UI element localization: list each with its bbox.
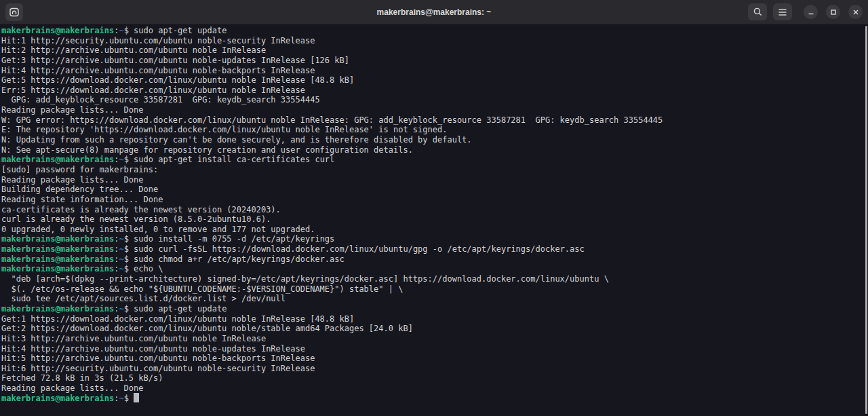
- terminal-line: Reading package lists... Done: [1, 175, 863, 185]
- terminal-window-icon: [9, 7, 20, 18]
- terminal-line: W: GPG error: https://download.docker.co…: [1, 115, 863, 126]
- terminal-line: Get:2 https://download.docker.com/linux/…: [1, 324, 863, 334]
- terminal-cursor: [134, 393, 139, 402]
- close-icon: [852, 9, 859, 16]
- terminal-line: E: The repository 'https://download.dock…: [1, 125, 863, 135]
- close-button[interactable]: [848, 5, 863, 19]
- terminal-line: Hit:1 http://security.ubuntu.com/ubuntu …: [1, 36, 863, 46]
- window-title: makerbrains@makerbrains: ~: [0, 0, 868, 24]
- terminal-line: Hit:3 http://archive.ubuntu.com/ubuntu n…: [1, 334, 863, 344]
- terminal-line: Hit:4 http://archive.ubuntu.com/ubuntu n…: [1, 344, 863, 354]
- terminal-line: Reading state information... Done: [1, 195, 863, 205]
- terminal-line: Fetched 72.8 kB in 3s (21.5 kB/s): [1, 373, 863, 383]
- terminal-line: ca-certificates is already the newest ve…: [1, 205, 863, 215]
- terminal-line: Hit:6 http://security.ubuntu.com/ubuntu …: [1, 364, 863, 374]
- app-icon-button[interactable]: [5, 3, 23, 21]
- terminal-line: 0 upgraded, 0 newly installed, 0 to remo…: [1, 225, 863, 235]
- terminal-line: Reading package lists... Done: [1, 383, 863, 394]
- terminal-line: "deb [arch=$(dpkg --print-architecture) …: [1, 274, 863, 284]
- terminal-line: N: See apt-secure(8) manpage for reposit…: [1, 145, 863, 155]
- terminal-line: Hit:2 http://archive.ubuntu.com/ubuntu n…: [1, 45, 863, 56]
- terminal-line: [sudo] password for makerbrains:: [1, 165, 863, 175]
- terminal-line: Building dependency tree... Done: [1, 185, 863, 195]
- terminal-line: Hit:4 http://archive.ubuntu.com/ubuntu n…: [1, 66, 863, 76]
- terminal-line: makerbrains@makerbrains:~$ echo \: [1, 264, 863, 274]
- maximize-icon: [830, 9, 837, 16]
- maximize-button[interactable]: [826, 5, 840, 19]
- hamburger-menu-icon: [778, 8, 787, 16]
- terminal-line: makerbrains@makerbrains:~$ sudo apt-get …: [1, 155, 863, 165]
- terminal-line: makerbrains@makerbrains:~$: [1, 394, 863, 404]
- terminal-line: $(. /etc/os-release && echo "${UBUNTU_CO…: [1, 284, 863, 295]
- terminal-line: sudo tee /etc/apt/sources.list.d/docker.…: [1, 294, 863, 304]
- titlebar: makerbrains@makerbrains: ~: [0, 0, 868, 24]
- terminal-line: makerbrains@makerbrains:~$ sudo curl -fs…: [1, 244, 863, 254]
- minimize-icon: [808, 9, 814, 16]
- scrollbar[interactable]: [865, 26, 867, 414]
- minimize-button[interactable]: [804, 5, 818, 19]
- terminal-output[interactable]: makerbrains@makerbrains:~$ sudo apt-get …: [0, 24, 868, 416]
- menu-button[interactable]: [773, 3, 792, 20]
- terminal-line: Get:1 https://download.docker.com/linux/…: [1, 314, 863, 324]
- terminal-line: makerbrains@makerbrains:~$ sudo chmod a+…: [1, 254, 863, 265]
- search-button[interactable]: [748, 3, 767, 20]
- terminal-window: makerbrains@makerbrains: ~: [0, 0, 868, 416]
- terminal-line: Err:5 https://download.docker.com/linux/…: [1, 86, 863, 96]
- terminal-line: Reading package lists... Done: [1, 105, 863, 115]
- terminal-line: Get:3 http://archive.ubuntu.com/ubuntu n…: [1, 56, 863, 66]
- terminal-line: makerbrains@makerbrains:~$ sudo apt-get …: [1, 304, 863, 314]
- terminal-line: GPG: add_keyblock_resource 33587281 GPG:…: [1, 95, 863, 105]
- terminal-line: makerbrains@makerbrains:~$ sudo apt-get …: [1, 26, 863, 36]
- search-icon: [753, 7, 763, 17]
- terminal-line: Hit:5 http://archive.ubuntu.com/ubuntu n…: [1, 354, 863, 364]
- terminal-line: N: Updating from such a repository can't…: [1, 135, 863, 145]
- terminal-line: curl is already the newest version (8.5.…: [1, 214, 863, 225]
- terminal-line: makerbrains@makerbrains:~$ sudo install …: [1, 234, 863, 244]
- terminal-line: Get:5 https://download.docker.com/linux/…: [1, 75, 863, 86]
